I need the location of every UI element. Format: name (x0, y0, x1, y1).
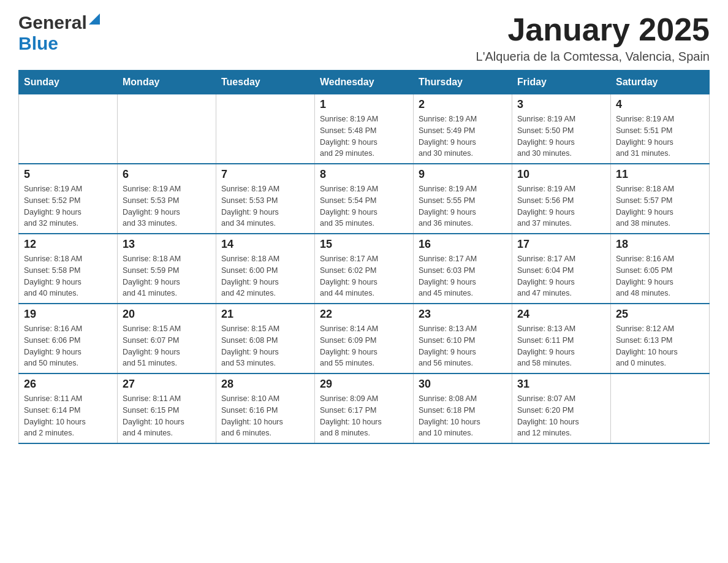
day-number: 3 (517, 98, 605, 111)
day-info: Sunrise: 8:18 AMSunset: 5:59 PMDaylight:… (123, 253, 211, 299)
day-info: Sunrise: 8:19 AMSunset: 5:53 PMDaylight:… (221, 183, 309, 229)
week-row-5: 26Sunrise: 8:11 AMSunset: 6:14 PMDayligh… (19, 373, 710, 443)
calendar-subtitle: L'Alqueria de la Comtessa, Valencia, Spa… (476, 50, 710, 64)
day-info: Sunrise: 8:19 AMSunset: 5:55 PMDaylight:… (419, 183, 507, 229)
day-cell-28: 28Sunrise: 8:10 AMSunset: 6:16 PMDayligh… (216, 373, 315, 443)
day-cell-7: 7Sunrise: 8:19 AMSunset: 5:53 PMDaylight… (216, 164, 315, 234)
day-cell-16: 16Sunrise: 8:17 AMSunset: 6:03 PMDayligh… (414, 234, 512, 304)
empty-cell (19, 94, 118, 164)
calendar-body: 1Sunrise: 8:19 AMSunset: 5:48 PMDaylight… (19, 94, 710, 444)
day-number: 10 (517, 168, 605, 181)
week-row-1: 1Sunrise: 8:19 AMSunset: 5:48 PMDaylight… (19, 94, 710, 164)
day-number: 24 (517, 308, 605, 321)
day-cell-6: 6Sunrise: 8:19 AMSunset: 5:53 PMDaylight… (118, 164, 216, 234)
logo-blue-text: Blue (18, 33, 58, 54)
day-info: Sunrise: 8:11 AMSunset: 6:15 PMDaylight:… (123, 393, 211, 439)
day-number: 1 (320, 98, 408, 111)
day-number: 27 (123, 378, 211, 391)
day-cell-31: 31Sunrise: 8:07 AMSunset: 6:20 PMDayligh… (512, 373, 611, 443)
day-number: 31 (517, 378, 605, 391)
day-info: Sunrise: 8:19 AMSunset: 5:48 PMDaylight:… (320, 113, 408, 159)
day-number: 16 (419, 238, 507, 251)
day-info: Sunrise: 8:10 AMSunset: 6:16 PMDaylight:… (221, 393, 309, 439)
day-info: Sunrise: 8:15 AMSunset: 6:08 PMDaylight:… (221, 323, 309, 369)
day-info: Sunrise: 8:17 AMSunset: 6:04 PMDaylight:… (517, 253, 605, 299)
day-number: 13 (123, 238, 211, 251)
logo: General Blue (18, 12, 100, 54)
day-info: Sunrise: 8:18 AMSunset: 6:00 PMDaylight:… (221, 253, 309, 299)
day-info: Sunrise: 8:17 AMSunset: 6:02 PMDaylight:… (320, 253, 408, 299)
day-info: Sunrise: 8:19 AMSunset: 5:54 PMDaylight:… (320, 183, 408, 229)
day-number: 19 (24, 308, 112, 321)
day-cell-19: 19Sunrise: 8:16 AMSunset: 6:06 PMDayligh… (19, 304, 118, 373)
day-info: Sunrise: 8:19 AMSunset: 5:53 PMDaylight:… (123, 183, 211, 229)
day-number: 26 (24, 378, 112, 391)
empty-cell (118, 94, 216, 164)
day-number: 17 (517, 238, 605, 251)
week-row-3: 12Sunrise: 8:18 AMSunset: 5:58 PMDayligh… (19, 234, 710, 304)
day-cell-2: 2Sunrise: 8:19 AMSunset: 5:49 PMDaylight… (414, 94, 512, 164)
day-info: Sunrise: 8:13 AMSunset: 6:11 PMDaylight:… (517, 323, 605, 369)
day-info: Sunrise: 8:13 AMSunset: 6:10 PMDaylight:… (419, 323, 507, 369)
day-of-week-friday: Friday (512, 71, 611, 94)
day-info: Sunrise: 8:12 AMSunset: 6:13 PMDaylight:… (616, 323, 704, 369)
day-number: 30 (419, 378, 507, 391)
day-info: Sunrise: 8:19 AMSunset: 5:50 PMDaylight:… (517, 113, 605, 159)
day-of-week-wednesday: Wednesday (315, 71, 414, 94)
day-number: 15 (320, 238, 408, 251)
empty-cell (216, 94, 315, 164)
page-header: General Blue January 2025 L'Alqueria de … (18, 12, 710, 64)
day-number: 8 (320, 168, 408, 181)
day-info: Sunrise: 8:19 AMSunset: 5:52 PMDaylight:… (24, 183, 112, 229)
calendar-table: SundayMondayTuesdayWednesdayThursdayFrid… (18, 70, 710, 444)
days-of-week-row: SundayMondayTuesdayWednesdayThursdayFrid… (19, 71, 710, 94)
day-of-week-thursday: Thursday (414, 71, 512, 94)
day-number: 4 (616, 98, 704, 111)
day-info: Sunrise: 8:07 AMSunset: 6:20 PMDaylight:… (517, 393, 605, 439)
day-cell-18: 18Sunrise: 8:16 AMSunset: 6:05 PMDayligh… (611, 234, 710, 304)
day-info: Sunrise: 8:08 AMSunset: 6:18 PMDaylight:… (419, 393, 507, 439)
day-number: 28 (221, 378, 309, 391)
day-info: Sunrise: 8:11 AMSunset: 6:14 PMDaylight:… (24, 393, 112, 439)
day-cell-14: 14Sunrise: 8:18 AMSunset: 6:00 PMDayligh… (216, 234, 315, 304)
week-row-2: 5Sunrise: 8:19 AMSunset: 5:52 PMDaylight… (19, 164, 710, 234)
day-cell-13: 13Sunrise: 8:18 AMSunset: 5:59 PMDayligh… (118, 234, 216, 304)
day-of-week-saturday: Saturday (611, 71, 710, 94)
day-number: 29 (320, 378, 408, 391)
day-number: 21 (221, 308, 309, 321)
day-info: Sunrise: 8:15 AMSunset: 6:07 PMDaylight:… (123, 323, 211, 369)
day-of-week-tuesday: Tuesday (216, 71, 315, 94)
day-info: Sunrise: 8:19 AMSunset: 5:51 PMDaylight:… (616, 113, 704, 159)
day-cell-29: 29Sunrise: 8:09 AMSunset: 6:17 PMDayligh… (315, 373, 414, 443)
day-info: Sunrise: 8:19 AMSunset: 5:49 PMDaylight:… (419, 113, 507, 159)
day-number: 2 (419, 98, 507, 111)
day-cell-30: 30Sunrise: 8:08 AMSunset: 6:18 PMDayligh… (414, 373, 512, 443)
day-number: 23 (419, 308, 507, 321)
day-info: Sunrise: 8:17 AMSunset: 6:03 PMDaylight:… (419, 253, 507, 299)
day-number: 5 (24, 168, 112, 181)
day-cell-20: 20Sunrise: 8:15 AMSunset: 6:07 PMDayligh… (118, 304, 216, 373)
day-number: 14 (221, 238, 309, 251)
week-row-4: 19Sunrise: 8:16 AMSunset: 6:06 PMDayligh… (19, 304, 710, 373)
day-info: Sunrise: 8:19 AMSunset: 5:56 PMDaylight:… (517, 183, 605, 229)
day-info: Sunrise: 8:18 AMSunset: 5:58 PMDaylight:… (24, 253, 112, 299)
title-block: January 2025 L'Alqueria de la Comtessa, … (476, 12, 710, 64)
day-info: Sunrise: 8:18 AMSunset: 5:57 PMDaylight:… (616, 183, 704, 229)
day-cell-25: 25Sunrise: 8:12 AMSunset: 6:13 PMDayligh… (611, 304, 710, 373)
empty-cell (611, 373, 710, 443)
day-number: 25 (616, 308, 704, 321)
day-cell-8: 8Sunrise: 8:19 AMSunset: 5:54 PMDaylight… (315, 164, 414, 234)
day-cell-22: 22Sunrise: 8:14 AMSunset: 6:09 PMDayligh… (315, 304, 414, 373)
day-cell-10: 10Sunrise: 8:19 AMSunset: 5:56 PMDayligh… (512, 164, 611, 234)
day-info: Sunrise: 8:16 AMSunset: 6:06 PMDaylight:… (24, 323, 112, 369)
day-of-week-sunday: Sunday (19, 71, 118, 94)
day-cell-27: 27Sunrise: 8:11 AMSunset: 6:15 PMDayligh… (118, 373, 216, 443)
day-cell-15: 15Sunrise: 8:17 AMSunset: 6:02 PMDayligh… (315, 234, 414, 304)
day-cell-11: 11Sunrise: 8:18 AMSunset: 5:57 PMDayligh… (611, 164, 710, 234)
day-info: Sunrise: 8:14 AMSunset: 6:09 PMDaylight:… (320, 323, 408, 369)
calendar-header: SundayMondayTuesdayWednesdayThursdayFrid… (19, 71, 710, 94)
day-cell-9: 9Sunrise: 8:19 AMSunset: 5:55 PMDaylight… (414, 164, 512, 234)
day-cell-5: 5Sunrise: 8:19 AMSunset: 5:52 PMDaylight… (19, 164, 118, 234)
day-info: Sunrise: 8:16 AMSunset: 6:05 PMDaylight:… (616, 253, 704, 299)
day-cell-4: 4Sunrise: 8:19 AMSunset: 5:51 PMDaylight… (611, 94, 710, 164)
